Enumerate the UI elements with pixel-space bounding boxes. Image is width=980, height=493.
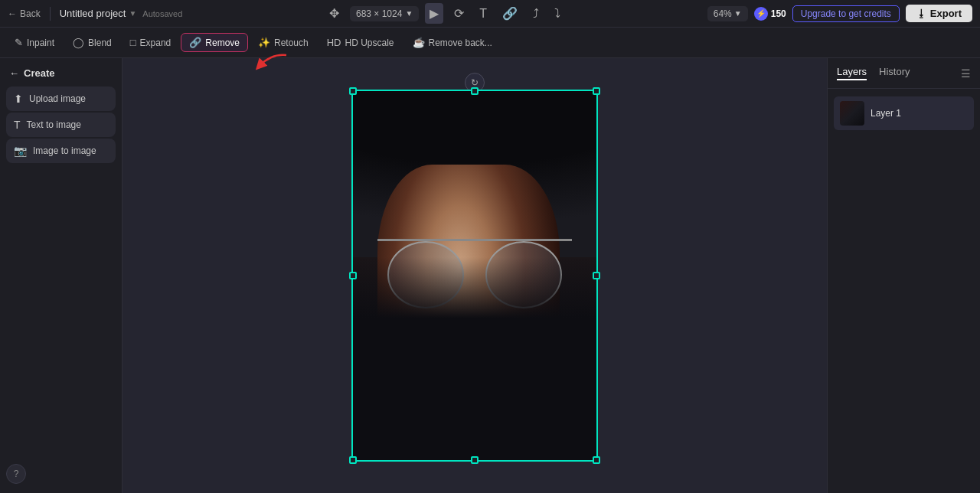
redo-alt-icon[interactable]: ⟳: [449, 3, 469, 24]
create-icon: ←: [9, 67, 19, 79]
layers-menu-icon[interactable]: ☰: [961, 67, 971, 80]
expand-button[interactable]: □ Expand: [122, 33, 180, 52]
topbar-right-controls: 64% ▼ ⚡ 150 Upgrade to get credits ⭳ Exp…: [707, 5, 972, 22]
text-tool-icon[interactable]: T: [475, 4, 492, 24]
blend-button[interactable]: ◯ Blend: [64, 33, 120, 52]
upload-icon: ⬆: [14, 93, 23, 105]
link-icon[interactable]: 🔗: [498, 3, 522, 24]
inpaint-button[interactable]: ✎ Inpaint: [6, 33, 63, 52]
chevron-down-icon: ▼: [734, 9, 742, 18]
handle-top-left[interactable]: [349, 87, 357, 95]
undo-icon[interactable]: ⤴: [528, 4, 544, 24]
remove-button[interactable]: 🔗 Remove: [181, 33, 248, 52]
retouch-button[interactable]: ✨ Retouch: [250, 33, 317, 52]
layer-thumbnail: [840, 101, 864, 126]
retouch-icon: ✨: [258, 37, 270, 48]
handle-bottom-left[interactable]: [349, 456, 357, 464]
export-button[interactable]: ⭳ Export: [906, 5, 972, 22]
canvas-area[interactable]: ↻: [122, 58, 827, 493]
help-button[interactable]: ?: [6, 464, 26, 484]
remove-back-button[interactable]: ☕ Remove back...: [404, 33, 501, 52]
image-to-image-button[interactable]: 📷 Image to image: [6, 139, 116, 163]
redo-icon[interactable]: ⤵: [550, 4, 565, 24]
topbar: ← Back Untitled project ▼ Autosaved ✥ 68…: [0, 0, 980, 28]
handle-middle-right[interactable]: [593, 272, 600, 279]
dimensions-display[interactable]: 683 × 1024 ▼: [350, 6, 419, 21]
image-icon: 📷: [14, 145, 27, 157]
layer-thumb-image: [840, 101, 864, 126]
topbar-center-controls: ✥ 683 × 1024 ▼ ▶ ⟳ T 🔗 ⤴ ⤵: [325, 3, 565, 24]
left-sidebar: ← Create ⬆ Upload image T Text to image …: [0, 58, 122, 493]
tab-history[interactable]: History: [879, 66, 910, 80]
handle-bottom-middle[interactable]: [471, 456, 479, 464]
back-button[interactable]: ← Back: [8, 8, 41, 19]
back-arrow-icon: ←: [8, 8, 17, 19]
handle-top-right[interactable]: [593, 87, 600, 95]
text-to-image-button[interactable]: T Text to image: [6, 113, 116, 137]
expand-icon: □: [130, 37, 136, 48]
remove-back-icon: ☕: [413, 37, 425, 48]
main-content: ← Create ⬆ Upload image T Text to image …: [0, 58, 980, 493]
zoom-control[interactable]: 64% ▼: [707, 6, 748, 21]
image-cloth: [353, 257, 596, 460]
chevron-down-icon: ▼: [129, 9, 136, 18]
layers-content: Layer 1: [828, 89, 980, 138]
credits-icon: ⚡: [754, 7, 768, 21]
layer-name: Layer 1: [871, 108, 901, 119]
inpaint-icon: ✎: [15, 37, 23, 48]
arrow-annotation: [233, 52, 294, 79]
blend-icon: ◯: [73, 37, 84, 48]
image-frame: [351, 90, 598, 462]
resize-icon[interactable]: ✥: [325, 3, 344, 24]
right-sidebar: Layers History ☰ Layer 1: [827, 58, 980, 493]
toolbar: ✎ Inpaint ◯ Blend □ Expand 🔗 Remove ✨ Re…: [0, 28, 980, 58]
credits-display: ⚡ 150: [754, 7, 786, 21]
handle-bottom-right[interactable]: [593, 456, 600, 464]
hd-upscale-button[interactable]: HD HD Upscale: [318, 33, 403, 52]
image-content: [353, 91, 596, 460]
divider: [50, 7, 51, 21]
handle-middle-left[interactable]: [349, 272, 357, 279]
autosaved-status: Autosaved: [142, 9, 182, 18]
text-icon: T: [14, 119, 21, 131]
upload-image-button[interactable]: ⬆ Upload image: [6, 87, 116, 111]
upgrade-button[interactable]: Upgrade to get credits: [792, 5, 900, 22]
handle-top-middle[interactable]: [471, 87, 479, 95]
chevron-down-icon: ▼: [405, 9, 413, 18]
layer-item[interactable]: Layer 1: [834, 96, 974, 130]
project-name[interactable]: Untitled project ▼: [60, 8, 137, 19]
create-header: ← Create: [6, 67, 116, 79]
download-icon: ⭳: [916, 8, 926, 19]
remove-icon: 🔗: [189, 37, 201, 48]
select-tool-icon[interactable]: ▶: [425, 3, 443, 24]
hd-icon: HD: [327, 37, 341, 48]
layers-history-tabs: Layers History ☰: [828, 58, 980, 89]
tab-layers[interactable]: Layers: [837, 66, 867, 80]
canvas-container: ↻: [351, 90, 598, 462]
